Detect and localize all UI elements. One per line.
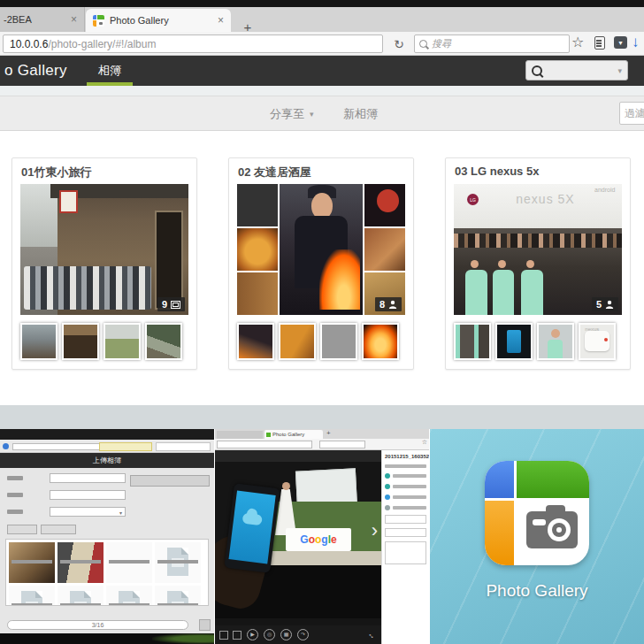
- new-album-button[interactable]: 新相簿: [343, 106, 378, 122]
- photo-thumbnail[interactable]: [145, 323, 182, 360]
- album-cover-photo[interactable]: 9: [20, 184, 188, 315]
- photo-thumbnail[interactable]: [62, 323, 99, 360]
- photo-viewer-screenshot: Photo Gallery + ☆ Google › ▶ ◎ ▦ ↷: [215, 429, 429, 644]
- fullscreen-icon: ↔: [366, 629, 378, 640]
- screenshot-root: -2BEA × Photo Gallery × + 10.0.0.6/photo…: [0, 0, 644, 644]
- url-path: /photo-gallery/#!/album: [48, 38, 156, 50]
- photo-thumbnail[interactable]: [537, 323, 574, 360]
- app-brand: o Gallery: [4, 56, 67, 86]
- album-card-2[interactable]: 02 友達居酒屋 8: [228, 157, 414, 370]
- filter-placeholder: 過濾器: [625, 106, 644, 121]
- person-icon: [605, 300, 614, 309]
- photo-thumbnail[interactable]: [454, 323, 491, 360]
- google-sign: Google: [286, 528, 351, 551]
- flag-icon: [233, 631, 242, 640]
- gray-divider-band: [0, 405, 644, 429]
- next-photo-chevron-icon: ›: [372, 519, 378, 542]
- icon-green-block: [517, 461, 589, 498]
- share-to-button[interactable]: 分享至 ▾: [270, 106, 314, 122]
- upload-progress-text: 3/16: [92, 622, 104, 628]
- photo-thumbnail[interactable]: [320, 323, 357, 360]
- photo-count-badge: 5: [592, 297, 618, 311]
- info-icon: [385, 494, 390, 500]
- upload-small-button: [41, 525, 76, 534]
- photo-thumbnail[interactable]: [495, 323, 533, 360]
- nav-tab-album[interactable]: 相簿: [87, 56, 133, 86]
- photo-thumbnail[interactable]: nexus: [579, 323, 616, 360]
- favicon-icon: [266, 433, 271, 437]
- album-thumbnails: [237, 323, 399, 360]
- app-icon-label: Photo Gallery: [430, 581, 644, 601]
- image-grid-icon: [171, 301, 180, 309]
- upload-file-grid: [5, 539, 209, 606]
- reading-list-icon[interactable]: [594, 36, 605, 50]
- close-icon[interactable]: ×: [71, 13, 77, 26]
- comment-icon: [385, 505, 390, 510]
- grid-icon: [219, 631, 228, 640]
- bookmark-star-icon: ☆: [422, 439, 427, 446]
- filter-input[interactable]: 過濾器: [619, 102, 644, 125]
- close-icon[interactable]: ×: [218, 14, 224, 27]
- photo-count: 9: [162, 299, 167, 310]
- photo-thumbnail[interactable]: [20, 323, 58, 360]
- pocket-icon[interactable]: ▼: [614, 36, 627, 49]
- banner-title: nexus 5X: [516, 192, 574, 206]
- album-title: 02 友達居酒屋: [238, 165, 311, 180]
- photo-thumbnail[interactable]: [104, 323, 141, 360]
- browser-tabbar: -2BEA × Photo Gallery × +: [0, 7, 644, 32]
- tab-label: Photo Gallery: [110, 15, 169, 26]
- event-banner: LG nexus 5X android: [454, 184, 622, 228]
- bookmark-star-icon[interactable]: ☆: [571, 34, 584, 50]
- browser-tab-inactive[interactable]: -2BEA ×: [0, 7, 85, 32]
- photo-count: 8: [380, 299, 385, 310]
- viewer-photo-area: Google › ▶ ◎ ▦ ↷ ↔: [215, 450, 381, 644]
- viewer-sidebar: 20151215_160352: [381, 450, 429, 644]
- album-thumbnails: nexus: [454, 323, 616, 360]
- play-icon: ▶: [247, 629, 258, 640]
- upload-dialog-title: 上傳相簿: [0, 453, 214, 468]
- address-bar[interactable]: 10.0.0.6/photo-gallery/#!/album: [3, 34, 383, 53]
- icon-orange-block: [485, 501, 514, 565]
- search-icon: [419, 40, 427, 48]
- new-tab-icon: +: [326, 429, 331, 437]
- photo-count-badge: 8: [375, 297, 402, 311]
- downloads-icon[interactable]: ↓: [632, 34, 640, 51]
- chevron-down-icon[interactable]: ▾: [617, 66, 622, 75]
- photo-filename: 20151215_160352: [385, 454, 426, 459]
- share-icon: ↷: [297, 629, 309, 640]
- album-cover-photo[interactable]: LG nexus 5X android 5: [454, 184, 622, 315]
- browser-tab-active[interactable]: Photo Gallery ×: [86, 9, 231, 32]
- search-placeholder: 搜尋: [432, 37, 451, 50]
- browser-logo-icon: [3, 443, 9, 449]
- tag-icon: [385, 473, 390, 479]
- share-to-label: 分享至: [270, 106, 304, 122]
- gallery-search-input[interactable]: ▾: [525, 60, 628, 80]
- new-album-label: 新相簿: [343, 106, 378, 122]
- person-icon: ◎: [264, 629, 275, 640]
- photo-count-badge: 9: [157, 297, 185, 311]
- album-toolbar: [0, 96, 644, 131]
- photo-gallery-favicon-icon: [93, 15, 104, 27]
- photo-thumbnail[interactable]: [279, 323, 316, 360]
- upload-progress-bar: 3/16: [7, 620, 188, 630]
- upload-dialog-screenshot: 上傳相簿 ▾ 3/16: [0, 429, 214, 644]
- album-cover-collage[interactable]: 8: [237, 184, 405, 315]
- photo-thumbnail[interactable]: [237, 323, 274, 360]
- chevron-down-icon: ▾: [310, 110, 314, 119]
- upload-description-field: [50, 490, 126, 500]
- photo-gallery-app-icon[interactable]: [485, 461, 589, 565]
- upload-progress-button: [199, 619, 211, 631]
- tag-icon: [385, 484, 390, 489]
- camera-icon: [526, 511, 578, 548]
- viewer-tab-label: Photo Gallery: [272, 432, 304, 437]
- reload-icon[interactable]: ↻: [389, 34, 409, 53]
- album-card-1[interactable]: 01竹東小旅行 9: [12, 157, 197, 370]
- album-title: 03 LG nexus 5x: [455, 165, 539, 178]
- photo-thumbnail[interactable]: [362, 323, 399, 360]
- album-thumbnails: [20, 323, 182, 360]
- lg-logo: LG: [467, 194, 479, 205]
- browser-search-input[interactable]: 搜尋: [414, 34, 570, 53]
- album-card-3[interactable]: 03 LG nexus 5x LG nexus 5X android 5 ne: [445, 157, 631, 370]
- album-title: 01竹東小旅行: [21, 165, 91, 180]
- url-host: 10.0.0.6: [10, 38, 48, 50]
